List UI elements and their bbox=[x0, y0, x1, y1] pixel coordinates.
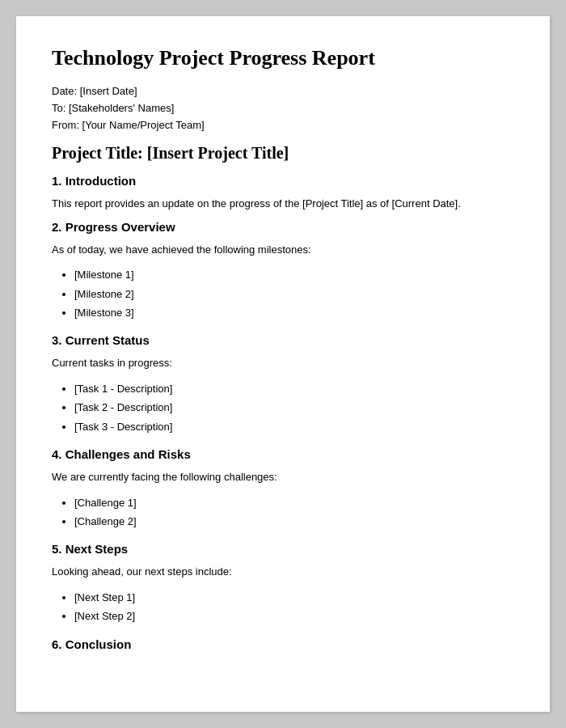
section-2-heading: 2. Progress Overview bbox=[52, 220, 514, 234]
section-5-heading: 5. Next Steps bbox=[52, 542, 514, 556]
section-4-list: [Challenge 1] [Challenge 2] bbox=[74, 493, 514, 531]
section-2-list: [Milestone 1] [Milestone 2] [Milestone 3… bbox=[74, 265, 514, 322]
project-title: Project Title: [Insert Project Title] bbox=[52, 144, 514, 163]
list-item: [Milestone 1] bbox=[74, 265, 514, 284]
list-item: [Milestone 3] bbox=[74, 303, 514, 322]
list-item: [Task 2 - Description] bbox=[74, 398, 514, 417]
section-4-heading: 4. Challenges and Risks bbox=[52, 447, 514, 461]
section-progress-overview: 2. Progress Overview As of today, we hav… bbox=[52, 220, 514, 323]
from-line: From: [Your Name/Project Team] bbox=[52, 119, 514, 131]
section-5-list: [Next Step 1] [Next Step 2] bbox=[74, 588, 514, 626]
section-4-body: We are currently facing the following ch… bbox=[52, 469, 514, 485]
document-page: Technology Project Progress Report Date:… bbox=[16, 16, 550, 712]
section-challenges: 4. Challenges and Risks We are currently… bbox=[52, 447, 514, 531]
section-3-heading: 3. Current Status bbox=[52, 333, 514, 347]
section-conclusion: 6. Conclusion bbox=[52, 637, 514, 651]
section-2-body: As of today, we have achieved the follow… bbox=[52, 242, 514, 258]
date-line: Date: [Insert Date] bbox=[52, 85, 514, 97]
section-6-heading: 6. Conclusion bbox=[52, 637, 514, 651]
section-1-body: This report provides an update on the pr… bbox=[52, 196, 514, 212]
list-item: [Milestone 2] bbox=[74, 285, 514, 303]
list-item: [Challenge 1] bbox=[74, 493, 514, 512]
section-1-heading: 1. Introduction bbox=[52, 174, 514, 188]
section-3-body: Current tasks in progress: bbox=[52, 355, 514, 371]
list-item: [Task 3 - Description] bbox=[74, 417, 514, 436]
list-item: [Next Step 1] bbox=[74, 588, 514, 607]
list-item: [Next Step 2] bbox=[74, 607, 514, 625]
section-current-status: 3. Current Status Current tasks in progr… bbox=[52, 333, 514, 436]
list-item: [Task 1 - Description] bbox=[74, 379, 514, 398]
section-3-list: [Task 1 - Description] [Task 2 - Descrip… bbox=[74, 379, 514, 436]
section-5-body: Looking ahead, our next steps include: bbox=[52, 564, 514, 580]
section-next-steps: 5. Next Steps Looking ahead, our next st… bbox=[52, 542, 514, 625]
section-introduction: 1. Introduction This report provides an … bbox=[52, 174, 514, 212]
document-title: Technology Project Progress Report bbox=[52, 45, 514, 70]
to-line: To: [Stakeholders' Names] bbox=[52, 102, 514, 114]
list-item: [Challenge 2] bbox=[74, 512, 514, 531]
